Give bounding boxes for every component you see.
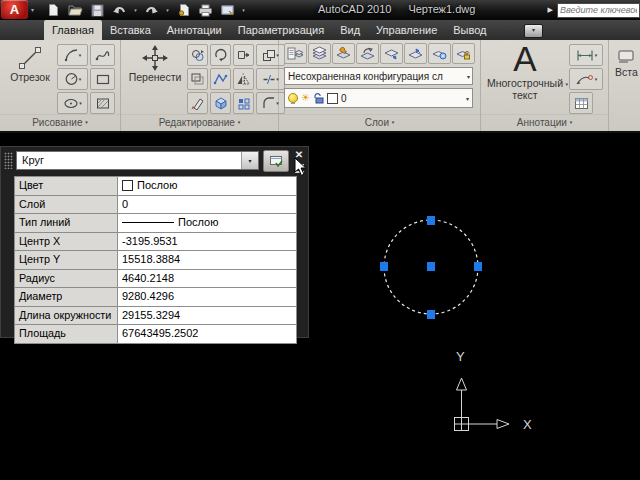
grip-right[interactable] xyxy=(474,262,482,271)
layer-config-caret-icon: ▾ xyxy=(465,73,472,80)
toolbar-options-caret-icon[interactable]: ▾ xyxy=(240,7,247,13)
insert-block-icon xyxy=(615,48,637,66)
ellipse-icon xyxy=(63,97,79,110)
layer-make-current-icon xyxy=(335,46,352,61)
color-swatch-icon xyxy=(122,180,133,191)
fillet-icon xyxy=(262,97,276,110)
layer-unisolate-button[interactable] xyxy=(404,43,427,64)
line-button[interactable]: Отрезок xyxy=(4,45,56,83)
undo-icon xyxy=(112,4,127,17)
tab-glavnaya[interactable]: Главная xyxy=(44,20,102,40)
offset-button[interactable] xyxy=(187,68,208,90)
grip-left[interactable] xyxy=(380,262,388,271)
dimension-button[interactable]: ▾ xyxy=(569,44,603,66)
erase-icon xyxy=(190,96,205,110)
new-file-icon xyxy=(47,3,60,17)
object-type-dropdown[interactable]: Круг ▾ xyxy=(16,151,259,170)
circle-grips xyxy=(380,216,482,319)
layer-properties-button[interactable] xyxy=(284,43,307,64)
erase-button[interactable] xyxy=(187,92,208,114)
ribbon: Отрезок ▾ ▾ ▾ xyxy=(0,40,640,133)
print-button[interactable] xyxy=(196,2,215,18)
property-row-circumference: Длина окружности 29155.3294 xyxy=(15,307,296,326)
line-icon xyxy=(17,45,43,71)
stretch-button[interactable] xyxy=(233,44,254,66)
mirror-button[interactable] xyxy=(233,68,254,90)
tab-vstavka[interactable]: Вставка xyxy=(102,20,159,40)
layer-lock-button[interactable] xyxy=(452,43,475,64)
move-button[interactable]: Перенести xyxy=(126,45,184,83)
screen-properties-button[interactable] xyxy=(218,2,237,18)
leader-icon xyxy=(575,73,595,86)
layer-match-icon xyxy=(359,46,376,61)
panel-title-draw[interactable]: Рисование ▾ xyxy=(0,114,120,131)
property-row-center-y: Центр Y 15518.3884 xyxy=(15,251,296,270)
layer-dropdown[interactable]: ☀ 0 ▾ xyxy=(284,88,473,108)
save-button[interactable] xyxy=(88,2,107,18)
new-file-button[interactable] xyxy=(44,2,63,18)
mtext-caret-icon: ▾ xyxy=(565,81,568,87)
panel-layers: Несохраненная конфигурация сл ▾ ☀ 0 ▾ Сл… xyxy=(279,40,481,131)
search-input[interactable] xyxy=(557,3,640,18)
copy-button[interactable] xyxy=(187,44,208,66)
customize-palette-button[interactable] xyxy=(263,150,289,172)
edit-polyline-icon xyxy=(213,72,228,86)
palette-drag-grip[interactable] xyxy=(4,152,13,169)
search-go-icon[interactable]: ▶ xyxy=(548,6,553,14)
current-layer-name: 0 xyxy=(341,93,347,104)
arc-button[interactable]: ▾ xyxy=(57,44,88,66)
copy-icon xyxy=(190,48,205,62)
tab-annotacii[interactable]: Аннотации xyxy=(159,20,230,40)
layer-match-button[interactable] xyxy=(356,43,379,64)
ribbon-minimize-button[interactable]: ▾ xyxy=(524,24,543,38)
layer-config-dropdown[interactable]: Несохраненная конфигурация сл ▾ xyxy=(284,67,473,85)
table-button[interactable] xyxy=(569,92,593,114)
grip-center[interactable] xyxy=(427,262,435,271)
layer-stack-button[interactable] xyxy=(308,43,331,64)
spline-button[interactable] xyxy=(90,44,115,66)
property-row-linetype: Тип линий Послою xyxy=(15,214,296,233)
grip-bottom[interactable] xyxy=(427,310,435,319)
grip-top[interactable] xyxy=(427,216,435,225)
application-menu-button[interactable]: A xyxy=(1,0,28,19)
redo-dropdown-caret-icon[interactable]: ▾ xyxy=(164,7,171,13)
tab-vid[interactable]: Вид xyxy=(332,20,368,40)
panel-title-annotation[interactable]: Аннотации ▾ xyxy=(481,114,608,131)
ribbon-tabs: Главная Вставка Аннотации Параметризация… xyxy=(44,20,495,40)
layer-make-current-button[interactable] xyxy=(332,43,355,64)
array-button[interactable] xyxy=(233,92,254,114)
tab-upravlenie[interactable]: Управление xyxy=(368,20,445,40)
ucs-y-axis-label: Y xyxy=(456,349,465,364)
hatch-button[interactable] xyxy=(90,92,115,114)
plot-button[interactable] xyxy=(174,2,193,18)
undo-button[interactable] xyxy=(110,2,129,18)
rectangle-icon xyxy=(95,73,111,86)
panel-title-modify[interactable]: Редактирование ▾ xyxy=(121,114,278,131)
open-file-button[interactable] xyxy=(66,2,85,18)
leader-button[interactable]: ▾ xyxy=(569,68,603,90)
trim-icon xyxy=(262,73,276,86)
layer-lock-icon xyxy=(455,46,472,61)
plot-icon xyxy=(177,3,190,17)
panel-title-layers[interactable]: Слои ▾ xyxy=(279,114,480,131)
edit-polyline-button[interactable] xyxy=(210,68,231,90)
scale-icon xyxy=(262,49,276,62)
layer-isolate-button[interactable] xyxy=(380,43,403,64)
insert-block-button[interactable]: Вста xyxy=(615,48,640,78)
rectangle-button[interactable] xyxy=(90,68,115,90)
title-bar: A ▾ ▾ ▾ ▾ AutoCAD 2010 Чертеж1. xyxy=(0,0,640,20)
explode-button[interactable] xyxy=(210,92,231,114)
layer-dropdown-caret-icon: ▾ xyxy=(466,95,469,102)
mouse-cursor xyxy=(294,157,308,177)
application-menu-caret-icon[interactable]: ▾ xyxy=(31,7,34,13)
undo-dropdown-caret-icon[interactable]: ▾ xyxy=(132,7,139,13)
rotate-button[interactable] xyxy=(210,44,231,66)
ellipse-button[interactable]: ▾ xyxy=(57,92,88,114)
redo-button[interactable] xyxy=(142,2,161,18)
layer-freeze-button[interactable] xyxy=(428,43,451,64)
tab-parametrizaciya[interactable]: Параметризация xyxy=(230,20,332,40)
circle-button[interactable]: ▾ xyxy=(57,68,88,90)
property-row-area: Площадь 67643495.2502 xyxy=(15,325,296,344)
mtext-button[interactable]: А Многострочный текст ▾ xyxy=(484,42,566,101)
tab-vyvod[interactable]: Вывод xyxy=(445,20,494,40)
